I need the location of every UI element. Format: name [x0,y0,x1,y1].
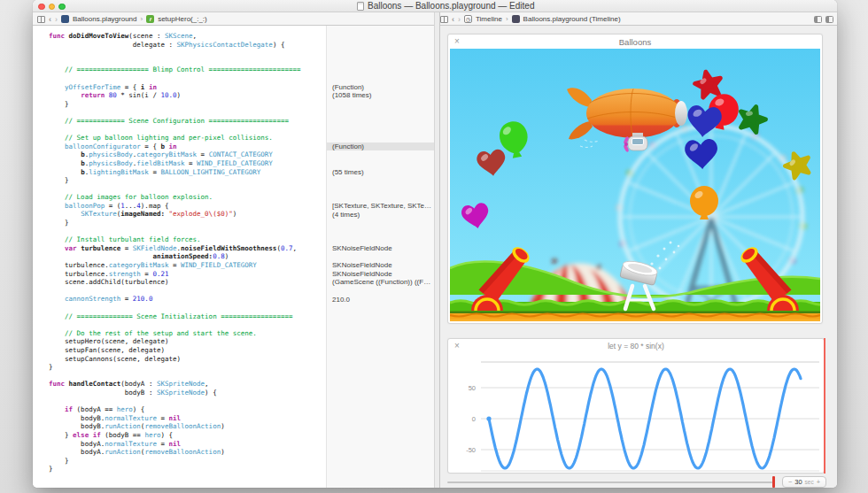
window-titlebar[interactable]: Balloons — Balloons.playground — Edited [33,0,837,12]
timeline-scrubber-track[interactable] [447,481,772,483]
breadcrumb-timeline[interactable]: Timeline [476,15,502,23]
scene-card-title: Balloons [619,37,651,47]
minimize-window-button[interactable] [49,4,56,11]
code-text[interactable]: func doDidMoveToView(scene : SKScene, de… [49,32,300,474]
window-title: Balloons — Balloons.playground — Edited [368,1,534,11]
breadcrumb-timeline-doc[interactable]: Balloons.playground (Timeline) [523,15,621,23]
y-axis-label: 50 [469,384,476,392]
duration-unit: sec [805,479,814,485]
spritekit-scene-view[interactable] [450,49,820,321]
decrement-button[interactable]: − [788,478,792,486]
y-axis-label: -50 [466,446,476,454]
assistant-jump-bar: ‹ › ◷ Timeline › Balloons.playground (Ti… [440,12,833,26]
traffic-lights [38,4,66,11]
document-proxy-icon[interactable] [357,2,364,11]
result-value[interactable]: SKNoiseFieldNode [327,270,434,279]
y-axis-label: 0 [472,415,476,423]
result-value[interactable]: (GameScene ((Function)) ((F… [327,278,434,287]
breadcrumb-symbol[interactable]: setupHero(_:_:) [158,15,207,23]
playground-file-icon [61,15,69,23]
result-value[interactable]: SKNoiseFieldNode [327,261,434,270]
breadcrumb-separator: › [141,15,143,23]
result-value[interactable]: (4 times) [327,211,434,220]
xcode-playground-window: Balloons — Balloons.playground — Edited … [33,0,837,488]
related-items-icon[interactable] [440,16,448,23]
timeline-playhead[interactable] [824,338,825,474]
timeline-scrubber-handle[interactable] [772,476,775,488]
curve-start-point [486,416,491,420]
standard-editor-icon[interactable] [814,16,822,23]
source-editor[interactable]: func doDidMoveToView(scene : SKScene, de… [33,26,434,488]
timeline-assistant-panel: × Balloons [440,26,837,488]
back-button[interactable]: ‹ [49,15,51,24]
result-value[interactable]: [SKTexture, SKTexture, SKTe… [327,202,434,211]
split-divider[interactable] [434,12,440,488]
scene-card-titlebar: × Balloons [448,35,822,49]
assistant-editor-icon[interactable] [825,16,833,23]
close-icon[interactable]: × [454,36,460,47]
scene-result-card: × Balloons [447,34,823,324]
result-value[interactable]: (1058 times) [327,91,434,100]
result-value[interactable]: 210.0 [327,296,434,304]
result-value[interactable]: SKNoiseFieldNode [327,244,434,253]
breadcrumb-file[interactable]: Balloons.playground [73,15,137,23]
graph-card-titlebar: × let y = 80 * sin(x) [448,339,824,353]
window-content: func doDidMoveToView(scene : SKScene, de… [33,26,837,488]
timeline-icon: ◷ [464,15,472,23]
editor-jump-bar: ‹ › Balloons.playground › f setupHero(_:… [37,12,432,26]
duration-value: 30 [794,478,802,486]
close-window-button[interactable] [38,4,45,11]
timeline-duration-stepper[interactable]: − 30 sec + [782,476,826,488]
result-value[interactable]: (55 times) [327,168,434,177]
back-button[interactable]: ‹ [452,15,454,24]
timeline-document-icon [512,15,520,23]
increment-button[interactable]: + [817,478,820,486]
forward-button[interactable]: › [55,15,58,24]
graph-card-title: let y = 80 * sin(x) [608,342,664,350]
function-icon: f [146,15,154,23]
result-value[interactable]: (Function) [327,143,434,151]
value-history-graph[interactable]: 500-50 [449,353,825,473]
related-items-icon[interactable] [37,16,45,23]
playground-results-sidebar: (Function)(1058 times)(Function)(55 time… [326,26,434,488]
desktop: Balloons — Balloons.playground — Edited … [0,0,868,493]
result-value[interactable]: (Function) [327,83,434,92]
graph-result-card: × let y = 80 * sin(x) 500-50 [447,338,825,474]
zoom-window-button[interactable] [58,4,66,11]
breadcrumb-separator: › [506,15,508,23]
editor-mode-buttons [814,16,833,23]
forward-button[interactable]: › [458,15,461,24]
close-icon[interactable]: × [454,341,460,351]
